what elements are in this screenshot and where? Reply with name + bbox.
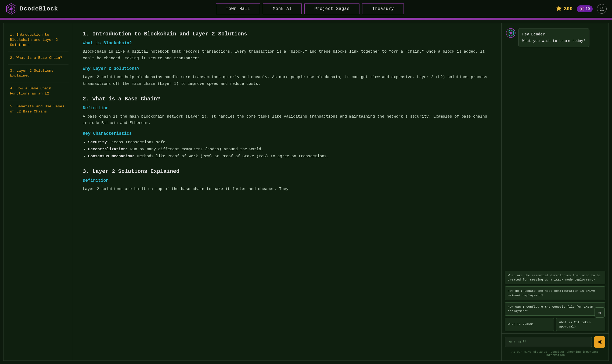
svg-text:L: L [581,8,582,10]
bullet-decentralization-term: Decentralization: [88,147,128,151]
section-1-subtitle1: What is Blockchain? [83,41,492,46]
sidebar-item-5[interactable]: 5. Benefits and Use Cases of L2 Base Cha… [8,100,69,118]
suggested-questions: What are the essential directories that … [502,269,609,333]
svg-point-11 [601,7,603,9]
section-3-title: 3. Layer 2 Solutions Explained [83,168,492,174]
level-badge: L 10 [577,5,593,12]
svg-point-16 [512,32,513,33]
section-2-subtitle2: Key Characteristics [83,131,492,136]
bullet-consensus: Consensus Mechanism: Methods like Proof … [88,153,492,160]
section-2-bullets: Security: Keeps transactions safe. Decen… [83,139,492,160]
nav-tab-monk-ai[interactable]: Monk AI [263,3,302,14]
reset-chat-button[interactable]: ↻ [595,307,605,318]
content-area: 1. Introduction to Blockchain and Layer … [73,23,501,361]
level-icon: L [579,6,584,11]
nav-tab-treasury[interactable]: Treasury [362,3,404,14]
level-value: 10 [585,7,590,11]
sq-row-3: How can I configure the Genesis file for… [505,302,605,316]
bot-avatar-icon [506,28,516,38]
chat-panel: Hey Dcoder! What you wish to Learn today… [501,23,609,361]
main-container: 1. Introduction to Blockchain and Layer … [0,20,612,364]
chat-input-field[interactable] [505,337,592,347]
chat-bubble-greeting: Hey Dcoder! What you wish to Learn today… [518,28,589,47]
send-button[interactable] [594,336,605,348]
trophy-icon [555,5,562,12]
user-avatar-button[interactable] [597,4,607,14]
sidebar-item-4[interactable]: 4. How a Base Chain Functions as an L2 [8,82,69,100]
chat-input-area: AI can make mistakes. Consider checking … [502,333,609,361]
sq-row-2: How do I update the node configuration i… [505,286,605,300]
suggested-q-3[interactable]: How can I configure the Genesis file for… [505,302,605,316]
logo-area: DcodeBlock [5,3,64,15]
chat-input-row [505,336,605,348]
section-1-title: 1. Introduction to Blockchain and Layer … [83,31,492,37]
section-2-title: 2. What is a Base Chain? [83,96,492,102]
score-value: 300 [564,6,573,12]
section-2-text1: A base chain is the main blockchain netw… [83,113,492,126]
svg-line-8 [8,9,10,11]
chat-disclaimer: AI can make mistakes. Consider checking … [505,349,605,359]
bullet-security: Security: Keeps transactions safe. [88,139,492,146]
nav-tab-project-sagas[interactable]: Project Sagas [304,3,359,14]
section-1-subtitle2: Why Layer 2 Solutions? [83,66,492,71]
suggested-q-4b[interactable]: What is Pol token approval? [556,318,605,331]
bullet-consensus-term: Consensus Mechanism: [88,154,135,158]
nav-tab-town-hall[interactable]: Town Hall [216,3,260,14]
score-badge: 300 [555,5,573,12]
section-3-text1: Layer 2 solutions are built on top of th… [83,186,492,192]
svg-line-6 [13,9,15,11]
sidebar-item-1[interactable]: 1. Introduction to Blockchain and Layer … [8,29,69,52]
header: DcodeBlock Town Hall Monk AI Project Sag… [0,0,612,18]
sq-row-1: What are the essential directories that … [505,271,605,284]
bullet-security-term: Security: [88,140,109,144]
section-3: 3. Layer 2 Solutions Explained Definitio… [83,168,492,192]
sq-row-4: What is zkEVM? What is Pol token approva… [505,318,605,331]
section-2: 2. What is a Base Chain? Definition A ba… [83,96,492,160]
suggested-q-4a[interactable]: What is zkEVM? [505,318,554,331]
greeting-bold: Hey Dcoder! [522,32,585,37]
suggested-q-2[interactable]: How do I update the node configuration i… [505,286,605,300]
svg-point-15 [509,32,510,33]
logo-text: DcodeBlock [20,6,58,12]
bullet-decentralization: Decentralization: Run by many different … [88,146,492,153]
logo-icon [5,3,17,15]
section-3-subtitle1: Definition [83,178,492,183]
section-1: 1. Introduction to Blockchain and Layer … [83,31,492,87]
suggested-q-1[interactable]: What are the essential directories that … [505,271,605,284]
chat-bot-greeting: Hey Dcoder! What you wish to Learn today… [506,28,604,47]
section-1-text2: Layer 2 solutions help blockchains handl… [83,74,492,87]
svg-line-7 [13,7,15,9]
svg-point-14 [510,32,512,34]
greeting-sub: What you wish to Learn today? [522,39,585,43]
svg-point-2 [10,8,13,10]
nav-tabs: Town Hall Monk AI Project Sagas Treasury [64,3,555,14]
sidebar: 1. Introduction to Blockchain and Layer … [3,23,73,361]
sidebar-item-3[interactable]: 3. Layer 2 Solutions Explained [8,65,69,83]
section-1-text1: Blockchain is like a digital notebook th… [83,48,492,61]
svg-line-5 [8,7,10,9]
header-right: 300 L 10 [555,4,607,14]
section-2-subtitle1: Definition [83,106,492,111]
chat-messages: Hey Dcoder! What you wish to Learn today… [502,23,609,269]
send-icon [597,339,602,345]
sidebar-item-2[interactable]: 2. What is a Base Chain? [8,52,69,65]
